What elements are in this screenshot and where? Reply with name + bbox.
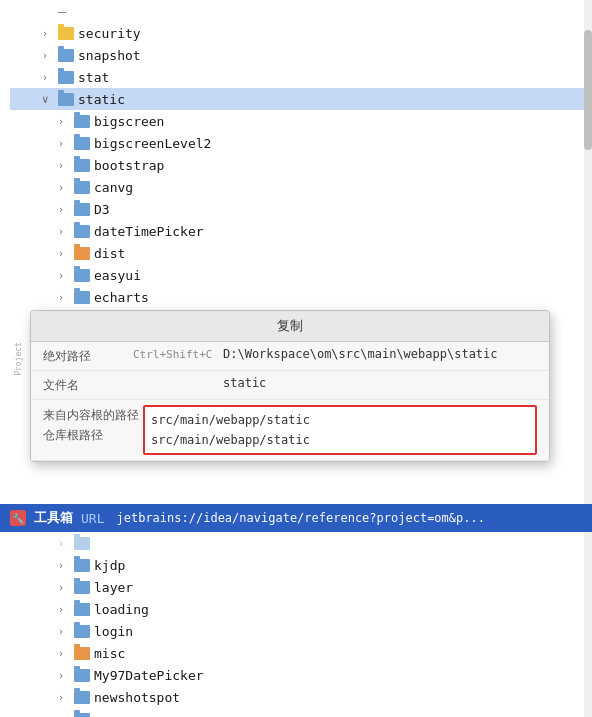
popup-path-repo: src/main/webapp/static: [151, 430, 529, 450]
tree-label: bigscreen: [94, 114, 164, 129]
arrow-icon: ›: [58, 692, 74, 703]
popup-title: 复制: [31, 311, 549, 342]
popup-path-content: src/main/webapp/static: [151, 410, 529, 430]
scrollbar-thumb[interactable]: [584, 30, 592, 150]
popup-shortcut-empty: [133, 376, 223, 377]
arrow-icon: ›: [42, 28, 58, 39]
popup-value-absolute: D:\Workspace\om\src\main\webapp\static: [223, 347, 537, 361]
tree-item-newshotspot[interactable]: › newshotspot: [10, 686, 584, 708]
arrow-icon: ›: [58, 626, 74, 637]
tree-item-dist[interactable]: › dist: [10, 242, 584, 264]
folder-icon: [74, 669, 90, 682]
tree-item-easyui[interactable]: › easyui: [10, 264, 584, 286]
popup-path-value-box[interactable]: src/main/webapp/static src/main/webapp/s…: [143, 405, 537, 455]
toolbox-icon: 🔧: [10, 510, 26, 526]
tree-item-misc[interactable]: › misc: [10, 642, 584, 664]
tree-item-my97datepicker[interactable]: › My97DatePicker: [10, 664, 584, 686]
popup-row-filename: 文件名 static: [31, 371, 549, 400]
tree-label: D3: [94, 202, 110, 217]
scrollbar[interactable]: [584, 0, 592, 717]
tree-label: static: [78, 92, 125, 107]
folder-icon: [58, 27, 74, 40]
folder-icon: [74, 203, 90, 216]
toolbar-label: 工具箱: [34, 509, 73, 527]
tree-item-snapshot[interactable]: › snapshot: [10, 44, 584, 66]
arrow-icon: ›: [58, 204, 74, 215]
folder-icon: [74, 159, 90, 172]
tree-label: stat: [78, 70, 109, 85]
tree-item-bigscreen[interactable]: › bigscreen: [10, 110, 584, 132]
tree-label: snapshot: [78, 48, 141, 63]
popup-label-filename: 文件名: [43, 376, 133, 394]
folder-icon: [74, 291, 90, 304]
popup-row-paths: 来自内容根的路径 仓库根路径 src/main/webapp/static sr…: [31, 400, 549, 461]
tree-item-partial[interactable]: ›: [10, 532, 584, 554]
tree-item-d3[interactable]: › D3: [10, 198, 584, 220]
folder-icon: [74, 581, 90, 594]
folder-icon: [74, 225, 90, 238]
arrow-icon: ›: [42, 50, 58, 61]
arrow-icon: ›: [58, 670, 74, 681]
folder-icon: [74, 247, 90, 260]
tree-item-stat[interactable]: › stat: [10, 66, 584, 88]
tree-item-qqqun[interactable]: › qqqun: [10, 708, 584, 717]
folder-icon: [74, 537, 90, 550]
arrow-icon: ›: [58, 604, 74, 615]
popup-shortcut: Ctrl+Shift+C: [133, 347, 223, 361]
arrow-icon: ›: [58, 138, 74, 149]
tree-label: bootstrap: [94, 158, 164, 173]
tree-item-static[interactable]: ∨ static: [10, 88, 584, 110]
arrow-icon: ›: [58, 538, 74, 549]
toolbar-url-bar[interactable]: 🔧 工具箱 URL jetbrains://idea/navigate/refe…: [0, 504, 592, 532]
tree-item-datetimepicker[interactable]: › dateTimePicker: [10, 220, 584, 242]
arrow-icon: ›: [58, 182, 74, 193]
folder-icon: [74, 181, 90, 194]
arrow-icon: ›: [58, 226, 74, 237]
tree-label: kjdp: [94, 558, 125, 573]
folder-icon: [74, 647, 90, 660]
folder-icon: [74, 269, 90, 282]
toolbar-type: URL: [81, 511, 104, 526]
tree-label: echarts: [94, 290, 149, 305]
tree-label: bigscreenLevel2: [94, 136, 211, 151]
tree-item-layer[interactable]: › layer: [10, 576, 584, 598]
tree-label: layer: [94, 580, 133, 595]
tree-label: loading: [94, 602, 149, 617]
tree-label: newshotspot: [94, 690, 180, 705]
bottom-tree: › › kjdp › layer › loading › login: [10, 532, 584, 717]
folder-icon: [74, 559, 90, 572]
folder-icon: [58, 71, 74, 84]
folder-icon: [74, 691, 90, 704]
tree-item-kjdp[interactable]: › kjdp: [10, 554, 584, 576]
folder-icon: [58, 49, 74, 62]
folder-icon: [74, 603, 90, 616]
tree-label: security: [78, 26, 141, 41]
tree-item-bigscreenlevel2[interactable]: › bigscreenLevel2: [10, 132, 584, 154]
folder-icon: [74, 115, 90, 128]
tree-label: qqqun: [94, 712, 133, 718]
tree-item-echarts[interactable]: › echarts: [10, 286, 584, 308]
tree-label: My97DatePicker: [94, 668, 204, 683]
popup-label-repo-root: 仓库根路径: [43, 425, 143, 445]
arrow-icon: ›: [58, 116, 74, 127]
arrow-icon: ›: [58, 270, 74, 281]
tree-item-bootstrap[interactable]: › bootstrap: [10, 154, 584, 176]
popup-labels-col: 来自内容根的路径 仓库根路径: [43, 405, 143, 445]
folder-icon: [58, 93, 74, 106]
arrow-icon: ›: [42, 72, 58, 83]
popup-label-absolute: 绝对路径: [43, 347, 133, 365]
arrow-icon: ›: [58, 648, 74, 659]
side-label: Project: [14, 342, 23, 376]
tree-label: login: [94, 624, 133, 639]
tree-item-loading[interactable]: › loading: [10, 598, 584, 620]
arrow-icon: ›: [58, 582, 74, 593]
popup-label-content-root: 来自内容根的路径: [43, 405, 143, 425]
popup-row-absolute: 绝对路径 Ctrl+Shift+C D:\Workspace\om\src\ma…: [31, 342, 549, 371]
tree-item-canvg[interactable]: › canvg: [10, 176, 584, 198]
tree-item-security[interactable]: › security: [10, 22, 584, 44]
tree-label: dist: [94, 246, 125, 261]
arrow-icon: ›: [58, 160, 74, 171]
copy-popup: 复制 绝对路径 Ctrl+Shift+C D:\Workspace\om\src…: [30, 310, 550, 462]
arrow-icon: ›: [58, 248, 74, 259]
tree-item-login[interactable]: › login: [10, 620, 584, 642]
